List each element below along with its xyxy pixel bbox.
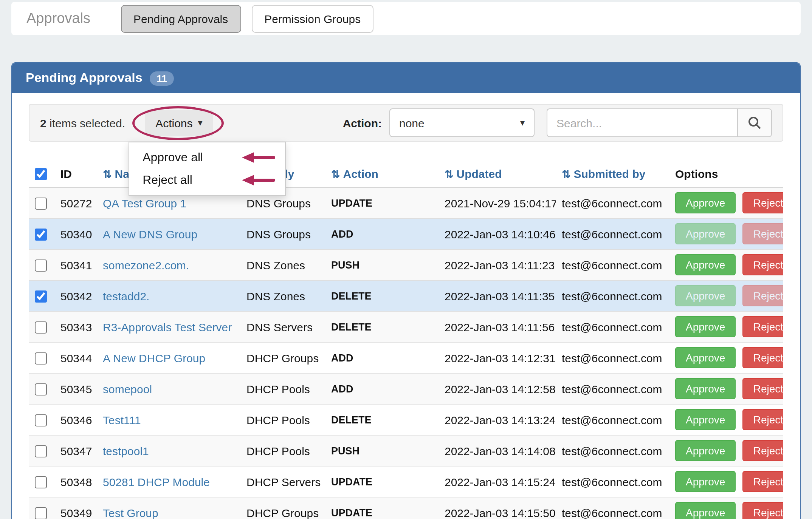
reject-button[interactable]: Reject	[743, 440, 783, 461]
row-name-cell: somezone2.com.	[97, 249, 240, 280]
row-name-link[interactable]: QA Test Group 1	[103, 196, 186, 209]
row-name-link[interactable]: somepool	[103, 382, 152, 395]
approve-button[interactable]: Approve	[675, 409, 736, 430]
row-name-cell: R3-Approvals Test Server	[97, 311, 240, 342]
row-checkbox-cell	[29, 435, 54, 466]
table-row: 50340 A New DNS Group DNS Groups ADD 202…	[29, 218, 783, 249]
row-checkbox[interactable]	[35, 507, 47, 519]
row-family: DNS Groups	[240, 218, 325, 249]
approve-button[interactable]: Approve	[675, 192, 736, 213]
row-name-link[interactable]: R3-Approvals Test Server	[103, 320, 232, 333]
row-updated: 2021-Nov-29 15:04:17	[439, 187, 556, 218]
row-checkbox-cell	[29, 466, 54, 497]
tab-permission-groups[interactable]: Permission Groups	[251, 5, 373, 32]
row-checkbox[interactable]	[35, 445, 47, 457]
reject-button[interactable]: Reject	[743, 471, 783, 492]
row-name-link[interactable]: 50281 DHCP Module	[103, 475, 210, 488]
column-label: Submitted by	[573, 167, 645, 180]
column-header-updated[interactable]: ⇅Updated	[439, 160, 556, 187]
row-checkbox[interactable]	[35, 260, 47, 272]
reject-button[interactable]: Reject	[743, 254, 783, 275]
row-checkbox[interactable]	[35, 198, 47, 210]
tab-pending-approvals[interactable]: Pending Approvals	[121, 5, 241, 32]
column-header-submitted-by[interactable]: ⇅Submitted by	[556, 160, 669, 187]
row-name-link[interactable]: testpool1	[103, 444, 149, 457]
column-header-action[interactable]: ⇅Action	[325, 160, 439, 187]
row-name-cell: Test Group	[97, 497, 240, 519]
approve-button[interactable]: Approve	[675, 316, 736, 337]
row-id: 50342	[54, 280, 97, 311]
approve-button[interactable]: Approve	[675, 223, 736, 244]
action-filter-select[interactable]: none ▾	[389, 108, 535, 137]
row-checkbox-cell	[29, 218, 54, 249]
row-id: 50341	[54, 249, 97, 280]
row-updated: 2022-Jan-03 14:12:31	[439, 342, 556, 373]
row-name-link[interactable]: somezone2.com.	[103, 258, 189, 271]
row-action: PUSH	[325, 435, 439, 466]
row-checkbox-cell	[29, 311, 54, 342]
row-name-link[interactable]: A New DHCP Group	[103, 351, 205, 364]
row-checkbox[interactable]	[35, 476, 47, 488]
row-checkbox[interactable]	[35, 290, 47, 303]
select-all-checkbox[interactable]	[35, 168, 47, 180]
approve-button[interactable]: Approve	[675, 254, 736, 275]
row-checkbox[interactable]	[35, 414, 47, 426]
row-name-cell: testadd2.	[97, 280, 240, 311]
caret-down-icon: ▾	[198, 118, 203, 127]
row-id: 50340	[54, 218, 97, 249]
select-value: none	[399, 116, 425, 129]
approve-button[interactable]: Approve	[675, 471, 736, 492]
row-name-link[interactable]: Test Group	[103, 506, 158, 519]
approve-button[interactable]: Approve	[675, 285, 736, 306]
sort-icon: ⇅	[103, 168, 112, 180]
panel-header: Pending Approvals 11	[12, 63, 800, 93]
reject-button[interactable]: Reject	[743, 409, 783, 430]
row-submitted-by: test@6connect.com	[556, 404, 669, 435]
row-submitted-by: test@6connect.com	[556, 435, 669, 466]
row-checkbox[interactable]	[35, 229, 47, 241]
row-action: ADD	[325, 373, 439, 404]
row-checkbox[interactable]	[35, 383, 47, 395]
row-options-cell: Approve Reject	[669, 218, 783, 249]
row-family: DHCP Groups	[240, 497, 325, 519]
search-input[interactable]	[547, 108, 737, 137]
row-checkbox[interactable]	[35, 321, 47, 334]
menu-item-approve-all[interactable]: Approve all	[129, 146, 285, 168]
actions-dropdown-button[interactable]: Actions ▾	[145, 110, 213, 136]
reject-button[interactable]: Reject	[743, 192, 783, 213]
reject-button[interactable]: Reject	[743, 502, 783, 519]
reject-button[interactable]: Reject	[743, 285, 783, 306]
row-action: UPDATE	[325, 497, 439, 519]
row-checkbox-cell	[29, 249, 54, 280]
row-id: 50344	[54, 342, 97, 373]
row-id: 50346	[54, 404, 97, 435]
selected-count: 2	[40, 116, 46, 129]
row-name-cell: A New DHCP Group	[97, 342, 240, 373]
row-name-link[interactable]: Test111	[103, 413, 141, 426]
row-name-link[interactable]: testadd2.	[103, 289, 149, 302]
reject-button[interactable]: Reject	[743, 316, 783, 337]
page-title: Approvals	[26, 10, 90, 27]
approve-button[interactable]: Approve	[675, 347, 736, 368]
column-label: Action	[343, 167, 378, 180]
reject-button[interactable]: Reject	[743, 223, 783, 244]
approve-button[interactable]: Approve	[675, 378, 736, 399]
action-filter-label: Action:	[343, 116, 382, 129]
row-updated: 2022-Jan-03 14:10:46	[439, 218, 556, 249]
row-action: DELETE	[325, 311, 439, 342]
row-name-link[interactable]: A New DNS Group	[103, 227, 197, 240]
selection-summary: 2 items selected.	[40, 116, 125, 129]
row-options-cell: Approve Reject	[669, 435, 783, 466]
row-family: DHCP Pools	[240, 373, 325, 404]
row-checkbox-cell	[29, 187, 54, 218]
reject-button[interactable]: Reject	[743, 378, 783, 399]
row-id: 50272	[54, 187, 97, 218]
search-button[interactable]	[737, 108, 772, 137]
approve-button[interactable]: Approve	[675, 440, 736, 461]
menu-item-reject-all[interactable]: Reject all	[129, 168, 285, 191]
approve-button[interactable]: Approve	[675, 502, 736, 519]
search-icon	[748, 116, 761, 130]
row-updated: 2022-Jan-03 14:11:23	[439, 249, 556, 280]
reject-button[interactable]: Reject	[743, 347, 783, 368]
row-checkbox[interactable]	[35, 352, 47, 365]
